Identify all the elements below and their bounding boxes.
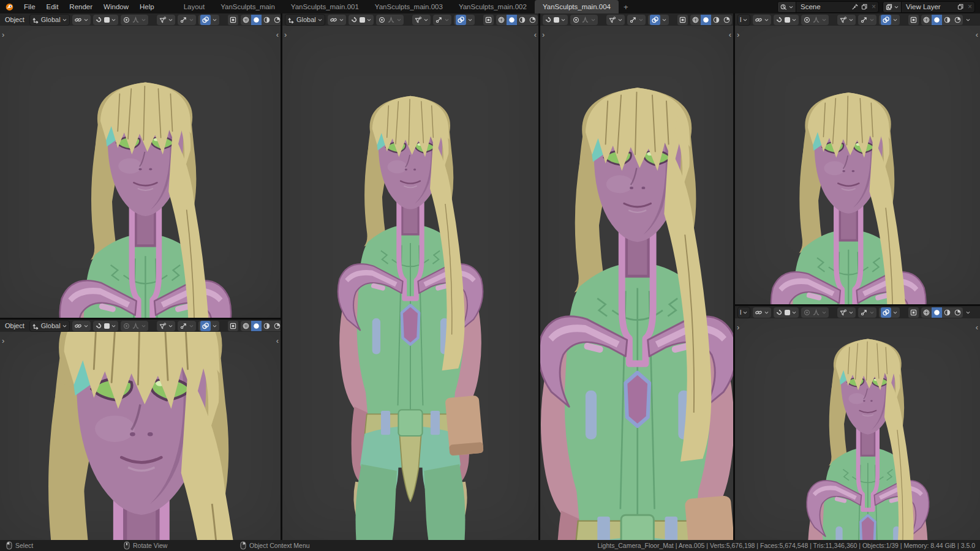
sidebar-open-arrow[interactable]: ‹ [976,31,978,39]
shading-material-button[interactable] [942,307,952,318]
sidebar-open-arrow[interactable]: ‹ [534,31,537,39]
show-overlays-toggle[interactable] [881,307,891,318]
shading-wireframe-button[interactable] [241,15,251,25]
proportional-edit-group[interactable] [121,321,148,331]
shading-wireframe-button[interactable] [921,15,932,25]
shading-material-button[interactable] [262,321,272,331]
gizmos-group[interactable] [627,15,646,25]
transform-orientation-dropdown[interactable]: Global [29,320,70,332]
visibility-filter-group[interactable] [837,15,856,25]
blender-logo-icon[interactable] [0,0,18,13]
gizmos-group[interactable] [178,15,196,25]
remove-view-layer-button[interactable]: × [967,2,974,11]
toolbar-open-arrow[interactable]: › [2,31,4,39]
toolbar-open-arrow[interactable]: › [284,31,287,39]
viewport-center-right[interactable]: › ‹ [540,13,733,540]
sidebar-open-arrow[interactable]: ‹ [276,31,279,39]
shading-wireframe-button[interactable] [496,15,507,25]
show-overlays-toggle[interactable] [881,15,891,25]
overlays-group[interactable] [879,307,900,318]
snap-target-group[interactable] [753,307,771,318]
viewport-center[interactable]: Global [282,13,538,540]
shading-rendered-button[interactable] [952,15,963,25]
gizmos-group[interactable] [178,321,196,331]
shading-solid-button[interactable] [251,321,262,331]
show-overlays-toggle[interactable] [650,15,660,25]
menu-window[interactable]: Window [98,0,134,13]
visibility-filter-group[interactable] [837,307,856,318]
overlays-group[interactable] [454,15,475,25]
scene-name-field[interactable]: Scene [796,3,849,10]
proportional-edit-group[interactable] [570,15,598,25]
xray-toggle[interactable] [228,15,238,25]
xray-toggle[interactable] [228,321,238,331]
visibility-filter-group[interactable] [157,321,175,331]
visibility-filter-group[interactable] [412,15,431,25]
transform-orientation-dropdown[interactable]: Global [285,14,325,26]
pin-icon[interactable] [851,3,859,10]
snapping-group[interactable] [774,15,799,25]
xray-toggle[interactable] [908,15,919,25]
tab-yansculpts-main-004[interactable]: YanSculpts_main.004 [535,0,619,13]
snapping-group[interactable] [93,15,118,25]
gizmos-group[interactable] [433,15,451,25]
shading-rendered-button[interactable] [272,15,281,25]
tab-layout[interactable]: Layout [176,0,213,13]
toolbar-open-arrow[interactable]: › [542,31,545,39]
shading-solid-button[interactable] [701,15,711,25]
view-layer-name-field[interactable]: View Layer [902,3,954,10]
proportional-edit-group[interactable] [376,15,404,25]
3d-view-canvas[interactable]: › ‹ [540,26,733,540]
sidebar-open-arrow[interactable]: ‹ [729,31,731,39]
toolbar-open-arrow[interactable]: › [737,31,739,39]
shading-solid-button[interactable] [507,15,517,25]
show-overlays-toggle[interactable] [456,15,466,25]
gizmos-group[interactable] [858,307,876,318]
xray-toggle[interactable] [677,15,688,25]
snapping-group[interactable] [543,15,568,25]
shading-material-button[interactable] [942,15,952,25]
shading-rendered-button[interactable] [722,15,732,25]
snap-target-group[interactable] [72,15,91,25]
shading-solid-button[interactable] [932,15,942,25]
3d-view-canvas[interactable]: › ‹ [0,332,281,540]
overlays-group[interactable] [879,15,900,25]
shading-rendered-button[interactable] [272,321,281,331]
view-layer-browse-button[interactable] [883,2,902,12]
proportional-edit-group[interactable] [121,15,148,25]
xray-toggle[interactable] [483,15,494,25]
transform-orientation-dropdown[interactable]: Global [29,14,70,26]
snapping-group[interactable] [349,15,374,25]
mode-dropdown[interactable]: Object [2,322,27,329]
viewport-top-left[interactable]: Object Global [0,13,281,318]
tab-yansculpts-main-001[interactable]: YanSculpts_main.001 [283,0,367,13]
snapping-group[interactable] [774,307,799,318]
transform-orientation-dropdown[interactable]: l [737,14,750,26]
sidebar-open-arrow[interactable]: ‹ [976,323,978,331]
toolbar-open-arrow[interactable]: › [737,323,739,331]
viewport-bottom-left[interactable]: Object Global [0,320,281,540]
overlays-group[interactable] [198,321,219,331]
snapping-group[interactable] [93,321,118,331]
snap-target-group[interactable] [753,15,771,25]
menu-file[interactable]: File [18,0,41,13]
proportional-edit-group[interactable] [801,307,829,318]
toolbar-open-arrow[interactable]: › [2,337,4,345]
visibility-filter-group[interactable] [606,15,625,25]
tab-yansculpts-main-003[interactable]: YanSculpts_main.003 [367,0,451,13]
transform-orientation-dropdown[interactable]: l [737,307,750,318]
shading-material-button[interactable] [262,15,272,25]
shading-wireframe-button[interactable] [690,15,701,25]
shading-rendered-button[interactable] [952,307,963,318]
viewport-bottom-right[interactable]: l [735,306,980,540]
add-workspace-button[interactable]: + [619,0,633,13]
overlays-group[interactable] [198,15,219,25]
menu-render[interactable]: Render [64,0,98,13]
shading-wireframe-button[interactable] [241,321,251,331]
mode-dropdown[interactable]: Object [2,16,27,23]
shading-material-button[interactable] [711,15,722,25]
tab-yansculpts-main-002[interactable]: YanSculpts_main.002 [451,0,535,13]
shading-material-button[interactable] [517,15,527,25]
viewport-top-right[interactable]: l [735,13,980,304]
snap-target-group[interactable] [328,15,346,25]
